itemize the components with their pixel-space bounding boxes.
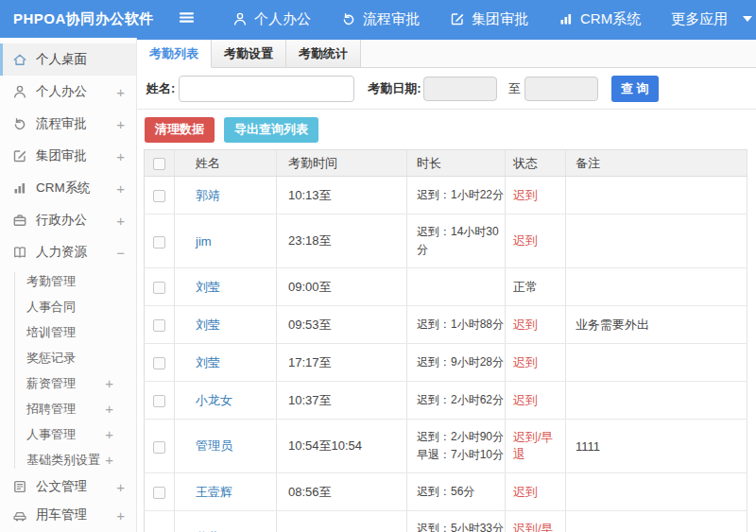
- sidebar-subitem-training-management[interactable]: 培训管理: [0, 319, 136, 345]
- employee-name-link[interactable]: 小龙女: [196, 393, 232, 407]
- row-checkbox[interactable]: [153, 357, 165, 369]
- attendance-time: 23:18至: [277, 215, 407, 268]
- hamburger-menu-button[interactable]: [178, 9, 200, 30]
- expand-plus-icon: +: [116, 180, 125, 197]
- attendance-table: 姓名 考勤时间 时长 状态 备注 郭靖 10:13至 迟到：1小时22分: [144, 149, 747, 532]
- attendance-time: 10:37至: [277, 382, 407, 420]
- table-row: 刘莹 09:53至 迟到：1小时88分 迟到 业务需要外出: [145, 306, 747, 344]
- status-badge: 迟到: [513, 355, 538, 369]
- chart-icon: [12, 180, 27, 196]
- sidebar-item-workflow-approval[interactable]: 流程审批 +: [0, 108, 136, 140]
- row-checkbox[interactable]: [153, 282, 165, 294]
- sidebar-subitem-recruitment-management[interactable]: 招聘管理 +: [0, 396, 136, 421]
- employee-name-link[interactable]: 王壹辉: [196, 485, 232, 499]
- main-content: 考勤列表 考勤设置 考勤统计 姓名: 考勤日期: 至 查 询 清理数据 导出查询…: [137, 38, 756, 532]
- sidebar-subitem-reward-punishment[interactable]: 奖惩记录: [0, 345, 136, 370]
- note-text: 1111: [566, 420, 747, 473]
- attendance-time: 13:20至13:20: [277, 511, 407, 532]
- employee-name-link[interactable]: 郭靖: [196, 188, 220, 202]
- status-badge: 正常: [513, 280, 538, 294]
- sidebar-item-personal-desktop[interactable]: 个人桌面: [0, 43, 136, 76]
- date-from-input[interactable]: [423, 77, 497, 101]
- export-list-button[interactable]: 导出查询列表: [224, 117, 318, 143]
- sidebar-subitem-attendance-management[interactable]: 考勤管理: [0, 268, 136, 294]
- attendance-time: 10:54至10:54: [277, 420, 407, 473]
- table-header-row: 姓名 考勤时间 时长 状态 备注: [145, 150, 747, 177]
- topnav-label: 更多应用: [671, 10, 728, 28]
- sidebar-subitem-base-category-settings[interactable]: 基础类别设置 +: [0, 447, 136, 472]
- name-filter-input[interactable]: [179, 76, 354, 102]
- note-text: [566, 511, 747, 532]
- caret-down-icon: [743, 16, 752, 22]
- employee-name-link[interactable]: 管理员: [196, 438, 232, 453]
- row-checkbox[interactable]: [153, 319, 165, 332]
- table-row: 黄蓉 13:20至13:20 迟到：5小时33分 早退：4小时67分 迟到/早退: [145, 511, 747, 532]
- note-text: [566, 177, 747, 215]
- sidebar-item-document-management[interactable]: 公文管理 +: [0, 472, 136, 501]
- topnav-more-apps[interactable]: 更多应用: [671, 10, 752, 28]
- select-all-checkbox[interactable]: [153, 158, 165, 170]
- duration-text: 迟到：9小时28分: [417, 353, 505, 371]
- duration-text: 迟到：1小时88分: [417, 316, 505, 334]
- sidebar-item-group-approval[interactable]: 集团审批 +: [0, 140, 136, 172]
- topnav-group-approval[interactable]: 集团审批: [450, 10, 528, 28]
- home-icon: [12, 52, 27, 67]
- tab-attendance-list[interactable]: 考勤列表: [137, 40, 212, 68]
- header-duration: 时长: [407, 150, 506, 177]
- sidebar-item-crm-system[interactable]: CRM系统 +: [0, 172, 136, 204]
- sidebar-subitem-personnel-management[interactable]: 人事管理 +: [0, 421, 136, 447]
- tab-strip: 考勤列表 考勤设置 考勤统计: [137, 40, 756, 68]
- car-icon: [12, 507, 27, 523]
- sidebar-item-personal-office[interactable]: 个人办公 +: [0, 76, 136, 108]
- flow-icon: [12, 116, 27, 131]
- search-button[interactable]: 查 询: [611, 76, 659, 102]
- topnav-crm-system[interactable]: CRM系统: [558, 10, 641, 28]
- employee-name-link[interactable]: 刘莹: [196, 355, 220, 369]
- tab-attendance-statistics[interactable]: 考勤统计: [286, 40, 361, 67]
- sidebar-subitem-salary-management[interactable]: 薪资管理 +: [0, 370, 136, 396]
- row-checkbox[interactable]: [153, 441, 165, 454]
- filter-bar: 姓名: 考勤日期: 至 查 询: [137, 68, 756, 110]
- expand-plus-icon: +: [105, 375, 113, 391]
- status-badge: 迟到/早退: [513, 522, 554, 532]
- app-title: PHPOA协同办公软件: [0, 10, 178, 28]
- row-checkbox[interactable]: [153, 190, 165, 202]
- document-icon: [12, 479, 27, 494]
- expand-plus-icon: +: [105, 452, 113, 468]
- clean-data-button[interactable]: 清理数据: [145, 117, 215, 143]
- employee-name-link[interactable]: 刘莹: [196, 280, 220, 294]
- sidebar-item-label: 流程审批: [36, 115, 116, 132]
- employee-name-link[interactable]: jim: [196, 234, 212, 249]
- flow-icon: [341, 11, 356, 26]
- sidebar-subitem-personnel-contract[interactable]: 人事合同: [0, 294, 136, 319]
- sidebar-item-vehicle-management[interactable]: 用车管理 +: [0, 501, 136, 529]
- topnav-label: 集团审批: [472, 10, 528, 28]
- status-badge: 迟到: [513, 188, 538, 202]
- sidebar-item-label: 公文管理: [36, 478, 116, 495]
- hr-submenu: 考勤管理 人事合同 培训管理 奖惩记录 薪资管理 + 招聘管理 +: [0, 268, 136, 472]
- collapse-minus-icon: −: [116, 245, 125, 261]
- duration-text: 迟到：56分: [417, 483, 505, 501]
- topnav-workflow-approval[interactable]: 流程审批: [341, 10, 420, 28]
- sidebar-item-human-resources[interactable]: 人力资源 −: [0, 236, 136, 268]
- row-checkbox[interactable]: [153, 395, 165, 407]
- note-text: [566, 382, 747, 420]
- header-time: 考勤时间: [277, 150, 407, 177]
- status-badge: 迟到: [513, 233, 538, 248]
- row-checkbox[interactable]: [153, 236, 165, 249]
- date-to-input[interactable]: [524, 77, 598, 101]
- attendance-time: 17:17至: [277, 344, 407, 382]
- table-row: 小龙女 10:37至 迟到：2小时62分 迟到: [145, 382, 747, 420]
- employee-name-link[interactable]: 刘莹: [196, 317, 220, 332]
- note-text: [566, 268, 747, 306]
- sidebar-item-admin-office[interactable]: 行政办公 +: [0, 204, 136, 236]
- topnav-personal-office[interactable]: 个人办公: [232, 10, 311, 28]
- row-checkbox[interactable]: [153, 487, 165, 499]
- note-text: [566, 344, 747, 382]
- table-row: jim 23:18至 迟到：14小时30分 迟到: [145, 215, 747, 268]
- tab-attendance-settings[interactable]: 考勤设置: [212, 40, 286, 67]
- sidebar-item-label: 个人办公: [36, 83, 116, 100]
- date-to-label: 至: [508, 80, 521, 97]
- chart-icon: [558, 11, 574, 26]
- user-icon: [232, 11, 248, 26]
